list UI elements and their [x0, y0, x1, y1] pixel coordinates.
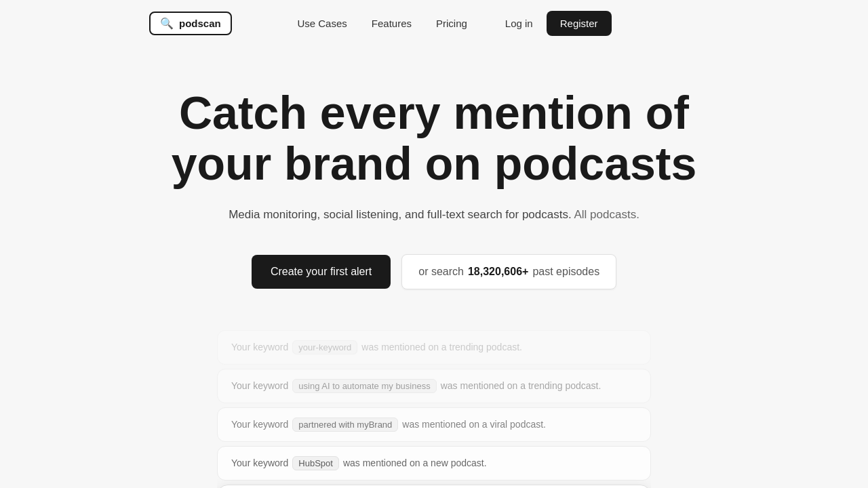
cta-row: Create your first alert or search 18,320…	[252, 254, 616, 289]
navbar: 🔍 podscan Use Cases Features Pricing Log…	[0, 0, 868, 47]
register-button[interactable]: Register	[547, 11, 612, 36]
logo[interactable]: 🔍 podscan	[149, 12, 232, 35]
all-podcasts-link[interactable]: All podcasts.	[574, 208, 639, 221]
nav-link-pricing[interactable]: Pricing	[436, 18, 467, 29]
keyword-badge: using AI to automate my business	[292, 379, 436, 393]
search-suffix: past episodes	[532, 266, 599, 278]
keyword-badge: your-keyword	[292, 340, 357, 354]
logo-text: podscan	[179, 18, 221, 29]
feed-ghost-item-3: Your keyword partnered with myBrand was …	[217, 407, 651, 442]
hero-section: Catch every mention of your brand on pod…	[0, 47, 868, 488]
search-count: 18,320,606+	[468, 266, 528, 278]
nav-links: Use Cases Features Pricing	[297, 18, 467, 29]
nav-actions: Log in Register	[505, 11, 612, 36]
feed-ghost-item-1: Your keyword your-keyword was mentioned …	[217, 330, 651, 365]
hero-title: Catch every mention of your brand on pod…	[172, 87, 697, 189]
search-icon: 🔍	[160, 17, 174, 30]
nav-link-features[interactable]: Features	[372, 18, 412, 29]
keyword-badge: HubSpot	[292, 456, 339, 470]
keyword-badge: partnered with myBrand	[292, 418, 398, 432]
search-episodes-button[interactable]: or search 18,320,606+ past episodes	[401, 254, 616, 289]
search-prefix: or search	[418, 266, 464, 278]
create-alert-button[interactable]: Create your first alert	[252, 255, 391, 289]
feed-highlighted-item: Your keyword sponsored by acquire.com wa…	[217, 485, 651, 488]
nav-link-use-cases[interactable]: Use Cases	[297, 18, 347, 29]
feed-ghost-item-2: Your keyword using AI to automate my bus…	[217, 369, 651, 403]
hero-subtitle: Media monitoring, social listening, and …	[229, 208, 639, 222]
feed-preview: Your keyword your-keyword was mentioned …	[217, 330, 651, 488]
login-link[interactable]: Log in	[505, 18, 533, 29]
feed-ghost-item-4: Your keyword HubSpot was mentioned on a …	[217, 446, 651, 481]
